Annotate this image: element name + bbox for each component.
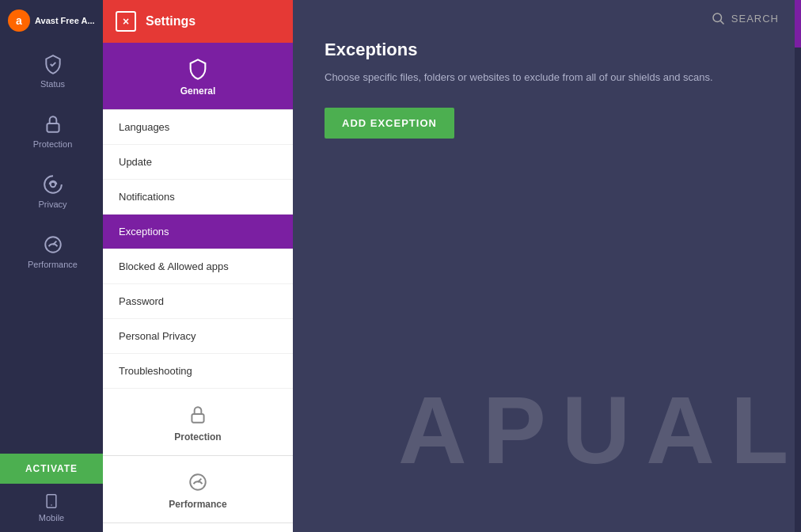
watermark: APUALS	[398, 375, 795, 484]
sidebar-item-performance[interactable]: Performance	[0, 222, 103, 282]
main-content: SEARCH Exceptions Choose specific files,…	[293, 0, 795, 532]
settings-close-button[interactable]: ×	[116, 11, 136, 32]
sidebar-item-privacy-label: Privacy	[38, 200, 66, 209]
settings-category-general-label: General	[180, 86, 216, 97]
protection-lock-icon	[186, 403, 210, 427]
sidebar: a Avast Free A... Status Protection	[0, 0, 103, 532]
gauge-icon	[43, 234, 63, 255]
settings-category-general[interactable]: General	[103, 43, 293, 110]
sidebar-item-privacy[interactable]: Privacy	[0, 162, 103, 222]
sidebar-item-protection[interactable]: Protection	[0, 101, 103, 162]
page-title: Exceptions	[325, 40, 763, 60]
avast-logo-icon: a	[8, 10, 30, 32]
right-edge-tab	[795, 0, 801, 48]
sidebar-item-mobile-label: Mobile	[39, 513, 64, 522]
svg-point-3	[50, 182, 55, 188]
menu-item-notifications[interactable]: Notifications	[103, 180, 293, 215]
menu-item-languages[interactable]: Languages	[103, 110, 293, 145]
svg-text:a: a	[16, 14, 22, 27]
page-description: Choose specific files, folders or websit…	[325, 70, 763, 86]
menu-item-personal-privacy[interactable]: Personal Privacy	[103, 319, 293, 354]
shield-check-icon	[43, 54, 63, 74]
main-header-bar: SEARCH	[695, 0, 795, 36]
menu-item-blocked-allowed-apps[interactable]: Blocked & Allowed apps	[103, 249, 293, 284]
svg-rect-2	[47, 124, 59, 132]
settings-category-performance-label: Performance	[169, 499, 226, 510]
settings-menu: Languages Update Notifications Exception…	[103, 110, 293, 389]
menu-item-update[interactable]: Update	[103, 145, 293, 180]
settings-category-protection-label: Protection	[174, 431, 221, 443]
menu-item-troubleshooting[interactable]: Troubleshooting	[103, 354, 293, 389]
svg-rect-7	[192, 414, 203, 423]
general-shield-icon	[186, 57, 210, 81]
fingerprint-icon	[43, 174, 63, 195]
sidebar-item-status[interactable]: Status	[0, 41, 103, 101]
settings-panel-title: Settings	[146, 14, 196, 28]
activate-button[interactable]: ACTIVATE	[0, 454, 103, 484]
settings-header: × Settings	[103, 0, 293, 43]
menu-item-password[interactable]: Password	[103, 284, 293, 319]
sidebar-logo-text: Avast Free A...	[35, 16, 95, 25]
settings-panel: × Settings General Languages Update Noti…	[103, 0, 293, 532]
lock-icon	[43, 114, 63, 135]
svg-point-9	[713, 13, 722, 22]
menu-item-exceptions[interactable]: Exceptions	[103, 215, 293, 249]
svg-line-10	[720, 21, 723, 24]
sidebar-item-status-label: Status	[40, 79, 65, 89]
search-label[interactable]: SEARCH	[731, 13, 779, 25]
search-icon	[711, 11, 725, 25]
performance-gauge-icon	[186, 470, 210, 494]
settings-category-performance[interactable]: Performance	[103, 456, 293, 523]
add-exception-button[interactable]: ADD EXCEPTION	[325, 108, 454, 139]
sidebar-item-mobile[interactable]: Mobile	[0, 484, 103, 532]
settings-categories: General Languages Update Notifications E…	[103, 43, 293, 523]
sidebar-item-protection-label: Protection	[33, 139, 73, 149]
settings-category-protection[interactable]: Protection	[103, 389, 293, 456]
right-edge	[795, 0, 801, 532]
mobile-icon	[44, 493, 59, 509]
sidebar-item-performance-label: Performance	[28, 260, 78, 269]
sidebar-logo: a Avast Free A...	[0, 0, 103, 41]
